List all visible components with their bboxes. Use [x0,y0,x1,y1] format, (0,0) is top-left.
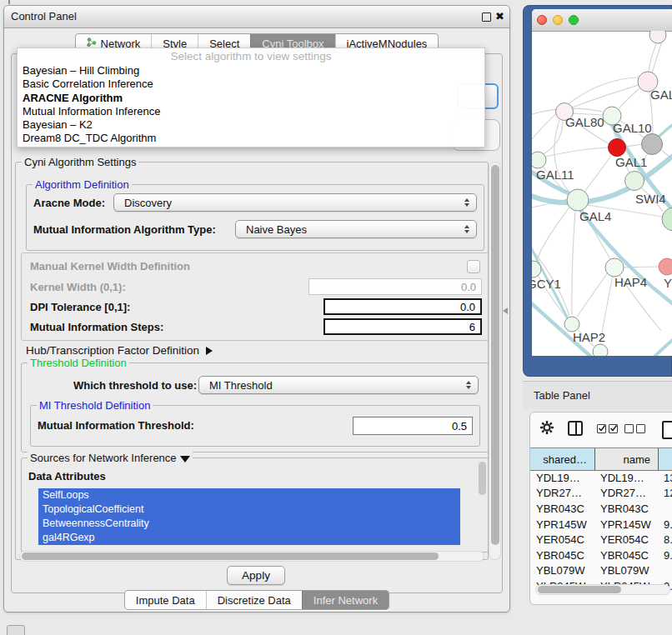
hub-definition-expander[interactable]: Hub/Transcription Factor Definition [26,344,213,357]
float-window-icon[interactable] [482,12,491,22]
table-cell[interactable]: YBR043C [595,502,659,515]
column-header-shared-name[interactable]: shared… [530,448,595,470]
table-cell[interactable]: YER054C [595,533,659,546]
new-table-document-icon[interactable] [662,421,672,439]
panel-divider-arrow-icon[interactable] [503,308,508,314]
mi-steps-label: Mutual Information Steps: [30,321,163,333]
attributes-list-scrollbar[interactable] [479,461,486,512]
network-edge[interactable] [536,208,569,261]
table-cell[interactable]: 8. [659,533,672,546]
algorithm-option[interactable]: Basic Correlation Inference [18,78,484,91]
network-window-titlebar [532,9,672,32]
expand-right-arrow-icon[interactable] [206,347,213,355]
table-rows: YDL19…YDL19…13YDR27…YDR27…12YBR043CYBR04… [530,470,672,594]
table-cell[interactable]: 13 [659,472,672,484]
zoom-traffic-light-icon[interactable] [569,15,579,25]
table-row[interactable]: YPR145WYPR145W9. [530,517,672,532]
network-edge-highlighted[interactable] [659,118,672,137]
network-edge[interactable] [572,85,639,108]
kernel-width-field[interactable]: 0.0 [308,278,482,295]
network-node[interactable] [567,189,589,211]
algorithm-option[interactable]: Mutual Information Inference [18,105,484,118]
network-edge[interactable] [649,44,656,72]
table-cell[interactable]: YBL079W [530,564,595,577]
network-node[interactable] [649,31,666,43]
bottom-tab-infer-network[interactable]: Infer Network [302,591,389,609]
split-columns-icon[interactable] [568,421,583,436]
apply-button[interactable]: Apply [227,566,285,585]
algorithm-option[interactable]: ARACNE Algorithm [18,92,484,105]
network-edge[interactable] [542,121,563,155]
table-cell[interactable]: 12 [659,487,672,499]
table-row[interactable]: YDL19…YDL19…13 [530,470,672,486]
mi-threshold-field[interactable]: 0.5 [353,417,473,435]
table-cell[interactable]: YBR043C [530,502,595,515]
algorithm-option[interactable]: Dream8 DC_TDC Algorithm [18,132,484,145]
settings-horizontal-scrollbar[interactable] [19,551,484,562]
column-header-clipped[interactable] [659,448,672,470]
table-row[interactable]: YBR043CYBR043C [530,501,672,517]
data-attribute-item[interactable]: SelfLoops [38,488,460,502]
network-node[interactable] [593,344,608,356]
close-panel-icon[interactable]: ✖ [495,9,504,24]
manual-kernel-checkbox[interactable] [467,260,480,273]
algorithm-option[interactable]: Bayesian – K2 [18,118,484,132]
aracne-mode-combobox[interactable]: Discovery [113,193,477,212]
table-cell[interactable]: YBR045C [595,549,659,562]
network-node-label: GCY1 [532,277,561,291]
data-attribute-item[interactable]: TopologicalCoefficient [38,502,460,517]
select-all-checkboxes-icon[interactable] [597,424,618,433]
table-cell[interactable]: YPR145W [530,518,595,531]
mi-steps-field[interactable]: 6 [323,318,482,335]
table-row[interactable]: YDR27…YDR27…12 [530,486,672,502]
table-cell[interactable]: 9. [659,549,672,562]
network-node[interactable] [532,152,546,168]
column-header-name[interactable]: name [595,448,659,470]
bottom-tab-impute-data[interactable]: Impute Data [125,591,206,609]
table-row[interactable]: YBL079WYBL079W [530,563,672,579]
minimize-traffic-light-icon[interactable] [553,15,563,25]
algorithm-option[interactable]: Bayesian – Hill Climbing [18,64,484,78]
network-edge-highlighted[interactable] [655,332,672,356]
network-edge[interactable] [625,144,643,147]
aracne-mode-value: Discovery [124,197,172,209]
table-cell[interactable]: YPR145W [595,518,659,531]
table-cell[interactable]: YBL079W [595,564,659,577]
table-horizontal-scrollbar[interactable] [535,584,670,595]
network-edge[interactable] [572,211,575,315]
table-cell[interactable]: YDL19… [530,472,595,484]
network-edge[interactable] [652,39,663,73]
minimized-panel-chip[interactable] [7,625,25,635]
table-cell[interactable]: YER054C [530,533,595,546]
network-node[interactable] [605,258,624,277]
network-edge-highlighted[interactable] [580,210,672,311]
table-cell[interactable]: YDL19… [595,472,659,484]
table-cell[interactable]: YDR27… [595,487,659,499]
close-traffic-light-icon[interactable] [537,15,547,25]
dpi-tolerance-field[interactable]: 0.0 [323,298,482,315]
settings-vertical-scrollbar[interactable] [489,162,501,560]
mi-type-combobox[interactable]: Naive Bayes [235,220,477,238]
network-canvas[interactable]: GALGAL80GAL10GAL1GAL11SWI4GAL4GCY1HAP4YH… [532,31,672,356]
network-edge[interactable] [619,88,639,108]
table-cell[interactable]: YDR27… [530,487,595,499]
data-attribute-item[interactable]: BetweennessCentrality [38,517,460,531]
table-row[interactable]: YER054CYER054C8. [530,532,672,548]
network-node[interactable] [609,139,626,157]
collapse-down-arrow-icon[interactable] [180,456,190,462]
table-settings-gear-icon[interactable] [539,420,554,438]
bottom-tab-discretize-data[interactable]: Discretize Data [206,591,302,609]
data-attribute-item[interactable]: gal4RGexp [38,531,460,545]
network-node[interactable] [662,208,672,231]
which-threshold-combobox[interactable]: MI Threshold [198,376,479,394]
data-attributes-list[interactable]: SelfLoopsTopologicalCoefficientBetweenne… [38,488,460,545]
table-row[interactable]: YBR045CYBR045C9. [530,548,672,563]
table-cell[interactable]: YBR045C [530,549,595,562]
unselect-all-checkboxes-icon[interactable] [624,424,645,433]
network-edge[interactable] [584,156,611,192]
network-node[interactable] [625,172,644,191]
network-node[interactable] [659,258,672,275]
network-edge[interactable] [577,272,608,317]
table-cell[interactable]: 9. [659,518,672,531]
network-node[interactable] [642,134,663,155]
